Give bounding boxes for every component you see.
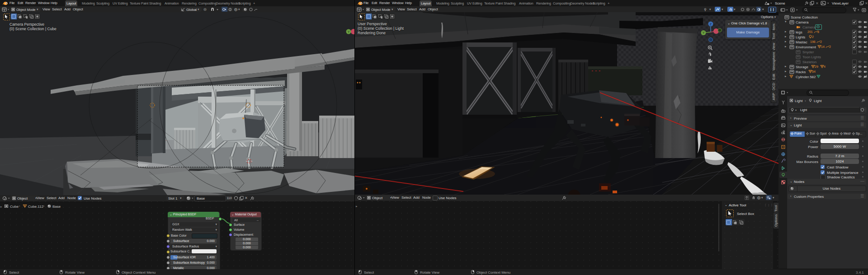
svg-text:Y: Y <box>348 30 350 33</box>
svg-text:Y: Y <box>703 31 705 34</box>
svg-text:Z: Z <box>710 23 712 26</box>
